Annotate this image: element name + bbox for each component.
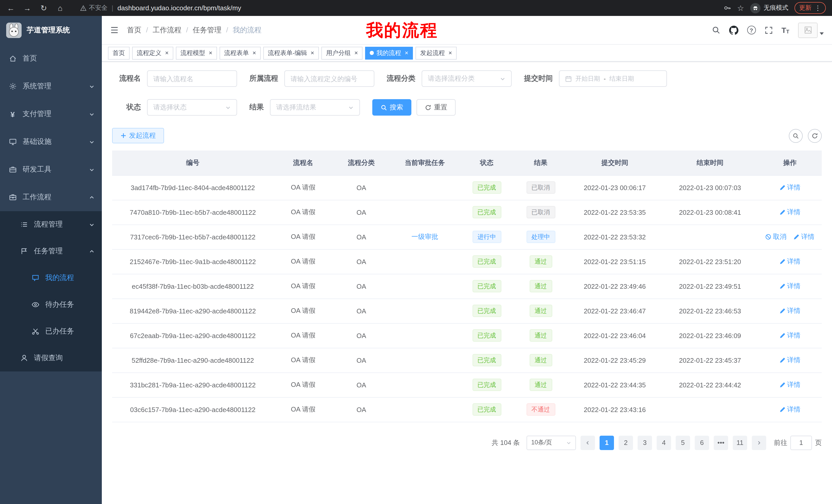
user-menu[interactable] [798, 22, 824, 38]
key-icon[interactable] [723, 4, 731, 12]
detail-label: 详情 [787, 405, 800, 414]
submit-time-range-picker[interactable]: 开始日期 - 结束日期 [559, 71, 667, 87]
github-icon[interactable] [729, 25, 738, 35]
close-icon[interactable]: × [405, 49, 408, 57]
address-bar[interactable]: 不安全 | dashboard.yudao.iocoder.cn/bpm/tas… [72, 4, 716, 12]
detail-link[interactable]: 详情 [779, 331, 800, 340]
pagination-ellipsis[interactable]: ••• [714, 436, 728, 450]
pagination-total: 共 104 条 [492, 438, 520, 447]
refresh-table-button[interactable] [808, 129, 822, 143]
cell-end-time [662, 225, 758, 249]
table-row: 03c6c157-7b9a-11ec-a290-acde48001122 OA … [112, 397, 822, 422]
sidebar-item-process-mgmt[interactable]: 流程管理 [0, 211, 102, 238]
close-icon[interactable]: × [209, 49, 212, 57]
toolbox-icon [8, 165, 17, 174]
detail-link[interactable]: 详情 [779, 306, 800, 315]
next-page-button[interactable] [752, 436, 766, 450]
breadcrumb-home[interactable]: 首页 [127, 25, 148, 35]
sidebar-item-done-tasks[interactable]: 已办任务 [0, 318, 102, 345]
prev-page-button[interactable] [580, 436, 595, 450]
update-button[interactable]: 更新 ⋮ [795, 2, 826, 14]
detail-link[interactable]: 详情 [779, 207, 800, 217]
close-icon[interactable]: × [165, 49, 169, 57]
sidebar-item-payment[interactable]: ¥ 支付管理 [0, 100, 102, 128]
page-button-2[interactable]: 2 [619, 436, 633, 450]
detail-link[interactable]: 详情 [779, 405, 800, 414]
page-button-3[interactable]: 3 [638, 436, 652, 450]
tab-process-form-edit[interactable]: 流程表单-编辑× [263, 47, 319, 59]
page-button-6[interactable]: 6 [695, 436, 709, 450]
font-size-icon[interactable]: TT [781, 26, 789, 34]
cell-submit-time: 2022-01-22 23:44:35 [568, 372, 662, 397]
tab-home[interactable]: 首页 [108, 47, 130, 59]
sidebar-item-leave-query[interactable]: 请假查询 [0, 345, 102, 371]
logo-avatar [6, 23, 22, 38]
workflow-submenu: 流程管理 任务管理 我的流程 待办任务 已办 [0, 211, 102, 371]
cancel-link[interactable]: 取消 [765, 232, 786, 242]
sidebar-item-infra[interactable]: 基础设施 [0, 128, 102, 156]
detail-label: 详情 [787, 207, 800, 217]
sidebar-item-workflow[interactable]: 工作流程 [0, 184, 102, 211]
cell-name: OA 请假 [274, 200, 333, 225]
tab-process-definition[interactable]: 流程定义× [132, 47, 173, 59]
menu-dots-icon[interactable]: ⋮ [814, 4, 821, 12]
detail-link[interactable]: 详情 [779, 257, 800, 266]
tab-process-model[interactable]: 流程模型× [176, 47, 217, 59]
cell-task [390, 274, 460, 299]
bookmark-star-icon[interactable]: ☆ [737, 3, 744, 12]
sidebar-collapse-icon[interactable] [110, 26, 119, 34]
close-icon[interactable]: × [448, 49, 452, 57]
result-select[interactable]: 请选择流结果 [270, 99, 360, 116]
page-button-4[interactable]: 4 [657, 436, 671, 450]
start-process-button[interactable]: 发起流程 [112, 128, 164, 143]
status-badge: 已完成 [472, 354, 501, 366]
status-select[interactable]: 请选择状态 [147, 99, 237, 116]
tab-label: 流程表单-编辑 [268, 49, 307, 57]
tab-user-group[interactable]: 用户分组× [321, 47, 363, 59]
reset-button[interactable]: 重置 [417, 99, 456, 116]
search-icon[interactable] [711, 26, 720, 34]
page-size-select[interactable]: 10条/页 [526, 436, 576, 450]
goto-page-input[interactable] [790, 436, 812, 450]
back-icon[interactable]: ← [6, 3, 16, 12]
sidebar-item-todo-tasks[interactable]: 待办任务 [0, 291, 102, 318]
detail-link[interactable]: 详情 [794, 232, 814, 242]
page-button-11[interactable]: 11 [733, 436, 747, 450]
forward-icon[interactable]: → [23, 3, 32, 12]
cell-task [390, 348, 460, 372]
search-button[interactable]: 搜索 [372, 99, 411, 116]
not-secure-warning[interactable]: 不安全 [80, 4, 107, 12]
fullscreen-icon[interactable] [764, 26, 773, 34]
process-name-input[interactable] [147, 71, 237, 87]
sidebar-item-devtools[interactable]: 研发工具 [0, 156, 102, 184]
monitor-icon [8, 137, 17, 146]
page-button-5[interactable]: 5 [676, 436, 690, 450]
detail-link[interactable]: 详情 [779, 183, 800, 192]
sidebar-item-my-process[interactable]: 我的流程 [0, 264, 102, 291]
page-button-1[interactable]: 1 [600, 436, 614, 450]
close-icon[interactable]: × [311, 49, 314, 57]
breadcrumb-workflow[interactable]: 工作流程 [153, 25, 188, 35]
tab-start-process[interactable]: 发起流程× [415, 47, 457, 59]
sidebar-item-system[interactable]: 系统管理 [0, 73, 102, 100]
breadcrumb-task-mgmt[interactable]: 任务管理 [193, 25, 228, 35]
close-icon[interactable]: × [253, 49, 256, 57]
detail-link[interactable]: 详情 [779, 282, 800, 291]
tab-process-form[interactable]: 流程表单× [219, 47, 261, 59]
help-icon[interactable]: ? [747, 26, 756, 34]
edit-icon [794, 234, 800, 240]
incognito-profile-chip[interactable]: 无痕模式 [750, 3, 788, 13]
close-icon[interactable]: × [354, 49, 358, 57]
detail-link[interactable]: 详情 [779, 380, 800, 389]
current-task-link[interactable]: 一级审批 [411, 233, 438, 241]
sidebar-item-home[interactable]: 首页 [0, 45, 102, 73]
sidebar-item-task-mgmt[interactable]: 任务管理 [0, 238, 102, 264]
tab-my-process[interactable]: 我的流程× [365, 47, 413, 59]
show-search-button[interactable] [789, 129, 803, 143]
home-icon[interactable]: ⌂ [55, 3, 65, 12]
reload-icon[interactable]: ↻ [39, 3, 48, 12]
process-def-input[interactable] [284, 71, 374, 87]
detail-label: 详情 [787, 183, 800, 192]
detail-link[interactable]: 详情 [779, 356, 800, 365]
category-select[interactable]: 请选择流程分类 [422, 71, 512, 87]
